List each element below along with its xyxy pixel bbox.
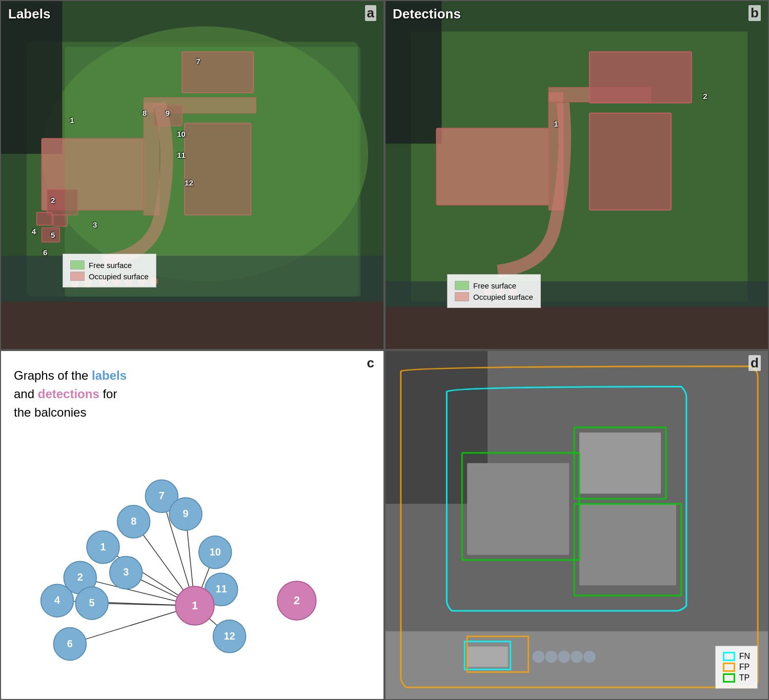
legend-swatch-occupied [70,272,85,281]
label-b-1: 1 [554,119,558,128]
legend-label-free: Free surface [89,261,132,270]
svg-text:2: 2 [77,571,83,583]
panel-a-title: Labels [8,6,50,22]
label-8: 8 [143,109,147,117]
svg-rect-12 [37,213,52,225]
panel-b-legend: Free surface Occupied surface [447,274,541,308]
panel-d-bg [386,351,768,699]
legend-d-label-fp: FP [739,663,750,672]
svg-text:8: 8 [131,516,136,527]
svg-point-85 [532,651,544,663]
label-b-2: 2 [703,92,707,100]
svg-text:5: 5 [89,597,95,608]
graph-title-word4: the balconies [14,405,86,419]
label-5: 5 [51,231,55,239]
legend-b-swatch-free [455,281,469,290]
svg-text:9: 9 [183,508,189,519]
panel-b-title: Detections [393,6,461,22]
label-12: 12 [185,178,193,187]
legend-d-swatch-fn [723,652,735,661]
label-3: 3 [93,220,97,229]
label-6: 6 [43,248,47,257]
svg-rect-82 [579,433,661,493]
panel-b-letter: b [748,5,761,21]
label-9: 9 [166,109,170,117]
label-1: 1 [70,116,74,125]
legend-d-fp: FP [723,663,750,672]
legend-d-swatch-tp [723,673,735,683]
graph-title-word2: and [14,387,38,401]
legend-item-occupied: Occupied surface [70,272,149,281]
svg-rect-15 [1,302,383,349]
panel-a-legend: Free surface Occupied surface [63,254,156,287]
panel-a: Labels a 1 2 3 4 5 6 7 8 9 10 11 12 Free… [0,0,385,350]
svg-rect-32 [590,113,671,210]
graph-title-detections: detections [38,387,99,401]
label-2: 2 [51,196,55,204]
legend-d-swatch-fp [723,663,735,672]
legend-d-label-fn: FN [739,652,750,661]
svg-point-86 [545,651,557,663]
legend-d-label-tp: TP [739,673,750,683]
panel-a-bg [1,1,383,349]
panel-b: Detections b 1 2 Free surface Occupied s… [385,0,769,350]
graph-title-word3: for [99,387,117,401]
svg-text:11: 11 [216,583,227,594]
svg-text:12: 12 [224,630,235,642]
svg-text:2: 2 [294,594,300,607]
panel-d-letter: d [748,355,761,371]
main-grid: Labels a 1 2 3 4 5 6 7 8 9 10 11 12 Free… [0,0,769,700]
panel-c-letter: c [365,355,376,371]
svg-text:1: 1 [100,541,106,552]
svg-point-89 [583,651,596,663]
legend-d-tp: TP [723,673,750,683]
legend-b-item-occupied: Occupied surface [455,292,533,301]
svg-point-88 [571,651,583,663]
svg-text:10: 10 [210,546,221,558]
svg-rect-3 [1,1,62,154]
legend-b-swatch-occupied [455,292,469,301]
svg-text:6: 6 [67,638,73,649]
legend-b-label-occupied: Occupied surface [473,293,533,301]
panel-a-letter: a [365,5,376,21]
panel-d: d FN FP TP [385,350,769,700]
svg-rect-84 [467,647,508,667]
svg-text:1: 1 [192,599,198,612]
legend-label-occupied: Occupied surface [89,272,149,281]
label-7: 7 [196,57,200,66]
svg-text:3: 3 [123,566,129,578]
graph-title: Graphs of the labels and detections for … [14,366,127,422]
legend-swatch-free [70,260,85,270]
legend-d-fn: FN [723,652,750,661]
legend-b-label-free: Free surface [473,281,516,290]
legend-b-item-free: Free surface [455,281,533,290]
legend-item-free: Free surface [70,260,149,270]
label-4: 4 [32,227,36,236]
svg-text:7: 7 [159,490,165,501]
label-10: 10 [177,130,186,138]
svg-rect-26 [386,1,441,143]
panel-c: c Graphs of the labels and detections fo… [0,350,385,700]
svg-rect-83 [579,504,676,585]
label-11: 11 [177,151,186,159]
svg-rect-31 [590,52,692,102]
svg-rect-80 [386,631,768,699]
panel-d-legend: FN FP TP [715,646,758,689]
graph-title-word1: Graphs of the [14,368,92,382]
graph-title-labels: labels [92,368,127,382]
svg-rect-81 [467,463,569,555]
svg-point-87 [558,651,570,663]
svg-text:4: 4 [54,594,60,606]
panel-b-bg [386,1,768,349]
svg-rect-28 [436,128,549,204]
svg-rect-33 [386,307,768,349]
